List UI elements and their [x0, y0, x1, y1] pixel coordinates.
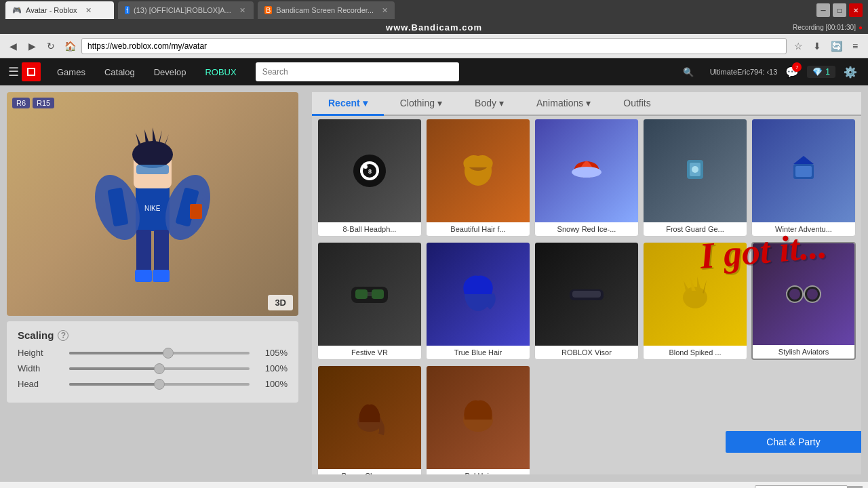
svg-marker-47	[697, 277, 701, 291]
bookmark-btn[interactable]: ☆	[791, 39, 806, 54]
svg-rect-37	[355, 289, 368, 299]
left-panel: R6 R15 NIKE	[0, 85, 305, 481]
robux-btn[interactable]: 💎 1	[807, 66, 835, 78]
svg-text:NIKE: NIKE	[144, 205, 161, 212]
item-card-blond-spiked[interactable]: Blond Spiked ...	[643, 242, 747, 360]
tab-recent[interactable]: Recent ▾	[312, 92, 384, 116]
item-card-winter-adv[interactable]: Winter Adventu...	[751, 119, 856, 237]
item-image-beautiful-hair	[427, 119, 530, 222]
forward-btn[interactable]: ▶	[24, 39, 39, 54]
menu-btn[interactable]: ≡	[848, 39, 863, 54]
minimize-btn[interactable]: ─	[816, 3, 830, 17]
tab1-label: Avatar - Roblox	[26, 6, 77, 14]
height-thumb[interactable]	[163, 348, 174, 359]
nav-catalog[interactable]: Catalog	[96, 63, 143, 81]
item-label-beautiful-hair: Beautiful Hair f...	[427, 222, 530, 236]
hamburger-btn[interactable]: ☰	[8, 64, 19, 79]
height-track	[69, 352, 250, 354]
item-image-brown-charme	[318, 366, 421, 469]
search-input[interactable]	[256, 62, 459, 81]
width-slider-row: Width 100%	[18, 363, 288, 373]
recording-bar: www.Bandicam.com Recording [00:01:30] ●	[0, 20, 868, 34]
item-label-roblox-visor: ROBLOX Visor	[535, 346, 638, 359]
svg-point-32	[692, 166, 698, 173]
item-card-roblox-visor[interactable]: ROBLOX Visor	[534, 242, 639, 360]
roblox-logo[interactable]	[22, 62, 41, 81]
item-card-stylish-aviators[interactable]: Stylish Aviators	[751, 242, 856, 360]
download-btn[interactable]: ⬇	[810, 39, 825, 54]
head-slider-row: Head 100%	[18, 379, 288, 389]
nav-search-bar: 🔍	[256, 62, 699, 81]
refresh-btn[interactable]: ↻	[43, 39, 58, 54]
sync-btn[interactable]: 🔄	[829, 39, 844, 54]
head-thumb[interactable]	[154, 379, 165, 390]
robux-count: 1	[825, 67, 830, 77]
tab-clothing[interactable]: Clothing ▾	[384, 92, 458, 116]
svg-rect-39	[368, 292, 372, 296]
nav-games[interactable]: Games	[49, 63, 94, 81]
width-thumb[interactable]	[154, 363, 165, 374]
tab1-close[interactable]: ✕	[85, 6, 92, 15]
scaling-info-icon[interactable]: ?	[58, 330, 68, 341]
user-section: UltimateEric794: ‹13 💬 7 💎 1 ⚙️	[710, 62, 860, 81]
chat-party-btn[interactable]: Chat & Party	[726, 431, 861, 453]
choose-share-btn[interactable]: Choose What I Share	[755, 485, 848, 489]
tab-body[interactable]: Body ▾	[458, 92, 520, 116]
browser-tab-3[interactable]: B Bandicam Screen Recorder... ✕	[258, 1, 395, 19]
head-value: 100%	[260, 379, 288, 389]
browser-tab-1[interactable]: 🎮 Avatar - Roblox ✕	[5, 1, 114, 19]
item-card-true-blue[interactable]: True Blue Hair	[426, 242, 530, 360]
tab3-close[interactable]: ✕	[382, 6, 388, 15]
item-image-frost-guard	[644, 119, 747, 222]
back-btn[interactable]: ◀	[5, 39, 20, 54]
svg-rect-1	[28, 69, 34, 75]
items-row-2: Festive VR True Blue Hair ROBLOX Visor	[312, 239, 861, 363]
item-card-brown-charme[interactable]: Brown Charme...	[317, 365, 422, 474]
home-btn[interactable]: 🏠	[62, 39, 77, 54]
items-row-3: Brown Charme... Pal Hair	[312, 363, 861, 474]
item-label-pal-hair: Pal Hair	[427, 469, 530, 474]
item-label-festive-vr: Festive VR	[318, 346, 421, 359]
maximize-btn[interactable]: □	[833, 3, 846, 17]
search-icon[interactable]: 🔍	[683, 67, 694, 77]
rec-icon: ●	[859, 24, 863, 31]
close-btn[interactable]: ✕	[849, 3, 863, 17]
roblox-nav: ☰ Games Catalog Develop ROBUX 🔍 Ultimate…	[0, 58, 868, 85]
item-card-beautiful-hair[interactable]: Beautiful Hair f...	[426, 119, 530, 237]
avatar-box: R6 R15 NIKE	[7, 92, 298, 316]
3d-view-btn[interactable]: 3D	[268, 295, 293, 310]
tab2-close[interactable]: ✕	[239, 6, 245, 15]
tab1-favicon: 🎮	[12, 6, 22, 15]
head-label: Head	[18, 379, 58, 389]
tab-animations[interactable]: Animations ▾	[520, 92, 607, 116]
tab-outfits[interactable]: Outfits	[607, 92, 667, 116]
svg-rect-17	[136, 230, 151, 274]
item-card-headphones[interactable]: 8 8-Ball Headph...	[317, 119, 422, 237]
item-card-frost-guard[interactable]: Frost Guard Ge...	[643, 119, 747, 237]
recent-dropdown-icon: ▾	[363, 98, 368, 108]
height-label: Height	[18, 348, 58, 358]
animations-dropdown-icon: ▾	[586, 98, 591, 108]
item-label-stylish-aviators: Stylish Aviators	[753, 345, 854, 359]
bottom-bar-close-btn[interactable]: ✕	[848, 486, 863, 489]
avatar-figure: NIKE	[7, 92, 298, 316]
chat-icon-btn[interactable]: 💬 7	[783, 62, 802, 81]
recording-timer: Recording [00:01:30]	[793, 24, 856, 31]
svg-rect-34	[795, 166, 812, 177]
item-card-pal-hair[interactable]: Pal Hair	[426, 365, 530, 474]
avatar-badges: R6 R15	[12, 98, 54, 108]
item-card-snowy-ice[interactable]: Snowy Red Ice-...	[534, 119, 639, 237]
svg-rect-42	[572, 291, 601, 298]
badge-r6[interactable]: R6	[12, 98, 30, 108]
item-image-festive-vr	[318, 243, 421, 346]
settings-icon-btn[interactable]: ⚙️	[841, 62, 860, 81]
head-fill	[69, 383, 159, 386]
bottom-bar: ℹ Firefox automatically sends some data …	[0, 481, 868, 488]
nav-develop[interactable]: Develop	[146, 63, 195, 81]
width-value: 100%	[260, 363, 288, 373]
browser-tab-2[interactable]: f (13) [OFFICIAL]ROBLOX]A... ✕	[118, 1, 254, 19]
item-card-festive-vr[interactable]: Festive VR	[317, 242, 422, 360]
address-bar[interactable]	[81, 38, 787, 54]
badge-r15[interactable]: R15	[33, 98, 54, 108]
nav-robux[interactable]: ROBUX	[197, 63, 244, 81]
